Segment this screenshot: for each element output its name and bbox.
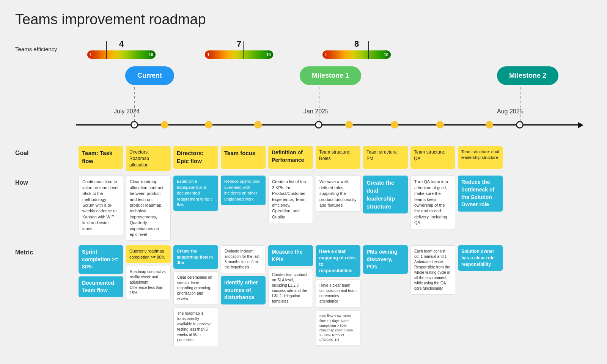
- dashed-m1: [319, 87, 319, 125]
- page-title: Teams improvement roadmap: [15, 11, 592, 28]
- metric-disturbance: Identify other sources of disturbance: [221, 276, 266, 304]
- node-5: [391, 121, 398, 129]
- how-col-5: Create a list of top 3 KPIs for Product/…: [268, 176, 313, 241]
- goal-ts-roles: Team structure: Roles: [316, 146, 360, 169]
- timeline-line: [76, 124, 580, 126]
- goal-col-7: Team structure: PM: [363, 146, 408, 171]
- metric-col-5: Measure the KPIs Create clear contract o…: [268, 245, 313, 346]
- dashed-m2: [520, 87, 521, 125]
- milestone1-pill: Milestone 1: [300, 66, 361, 85]
- date-label-1: July 2024: [114, 108, 140, 115]
- content-grid: Goal Team: Task flow Directors: Roadmap …: [15, 146, 592, 346]
- metric-qrc: Quarterly roadmap completion >= 80%: [126, 245, 171, 263]
- metric-measure-kpi: Measure the KPIs: [268, 245, 313, 266]
- metric-roadmap-preview: The roadmap is transparently available t…: [173, 308, 218, 346]
- metric-sla: Create clear contract on SLA level, incl…: [268, 269, 313, 308]
- metric-roadmap-contract: Roadmap contract vs reality check and ad…: [126, 266, 171, 299]
- metric-col-9: Solution owner has a clear role responsi…: [458, 245, 503, 346]
- gradient-bar-1: 1 10: [87, 50, 156, 59]
- goal-col-2: Directors: Roadmap allocation: [126, 146, 171, 171]
- metric-solution-owner: Solution owner has a clear role responsi…: [458, 245, 503, 270]
- metric-epic-flow-nums: Epic flow < 5w Tasks flow < 7 days Sprin…: [316, 310, 360, 346]
- date-label-2: Jan 2025: [304, 108, 329, 115]
- goal-col-4: Team focus: [221, 146, 266, 171]
- date-label-3: Aug 2025: [497, 108, 523, 115]
- goal-task-flow: Team: Task flow: [79, 146, 123, 169]
- metric-col-8: Each team consist od: 1 manual and 1 Aut…: [410, 245, 455, 346]
- score-2: 7: [237, 39, 241, 49]
- node-7: [486, 121, 493, 129]
- how-qa-guild: Turn QA team into a horizontal guild, ma…: [410, 176, 455, 229]
- metric-col-7: PMs owning discovery, POs: [363, 245, 408, 346]
- how-kpis: Create a list of top 3 KPIs for Product/…: [268, 176, 313, 223]
- efficiency-bar-3: 8 1 10: [322, 39, 391, 59]
- metric-col-3: Create the supporting flow in Jira Clear…: [173, 245, 218, 346]
- milestone2-pill: Milestone 2: [497, 66, 558, 85]
- how-epic-flow: Establish a transparent and documented r…: [173, 176, 218, 211]
- current-pill: Current: [125, 66, 174, 85]
- how-dual-lead: Create the dual leadership structure: [363, 176, 408, 213]
- metric-incident: Evaluate incident allocation for the las…: [221, 245, 266, 273]
- metric-jira: Create the supporting flow in Jira: [173, 245, 218, 269]
- timeline-area: Current Milestone 1 Milestone 2 July 202…: [15, 63, 592, 146]
- metric-col-6: Have a clear mapping of roles to respons…: [316, 245, 360, 346]
- how-col-4: Reduce operational overhead with inciden…: [221, 176, 266, 241]
- dashed-current: [134, 87, 135, 125]
- metric-team-comp: Have a clear team composition and team c…: [316, 279, 360, 308]
- goal-epic-flow: Directors: Epic flow: [173, 146, 218, 169]
- goal-roadmap-alloc: Directors: Roadmap allocation: [126, 146, 171, 171]
- efficiency-label: Teams efficiency: [15, 46, 76, 52]
- node-1: [161, 121, 168, 129]
- metric-qa-guild: Each team consist od: 1 manual and 1 Aut…: [410, 245, 455, 295]
- metric-col-1: Sprint completion >= 80% Documented Team…: [79, 245, 123, 346]
- goal-ts-qa: Team structure: QA: [410, 146, 455, 169]
- gradient-bar-3: 1 10: [322, 50, 391, 59]
- goal-dual-lead: Team structure: dual leadership structur…: [458, 146, 503, 169]
- timeline-arrow: [578, 122, 583, 128]
- metric-roles-map: Have a clear mapping of roles to respons…: [316, 245, 360, 277]
- goal-label: Goal: [15, 146, 76, 171]
- efficiency-section: Teams efficiency 4 1 10 7 1 10: [15, 39, 592, 59]
- how-col-1: Continuous time to value on team level: …: [79, 176, 123, 241]
- goal-team-focus: Team focus: [221, 146, 266, 169]
- efficiency-bar-2: 7 1 10: [205, 39, 273, 59]
- goal-col-9: Team structure: dual leadership structur…: [458, 146, 503, 171]
- node-4: [345, 121, 353, 129]
- goal-ts-pm: Team structure: PM: [363, 146, 408, 169]
- metric-col-2: Quarterly roadmap completion >= 80% Road…: [126, 245, 171, 346]
- how-col-9: Reduce the bottleneck of the Solution Ow…: [458, 176, 503, 241]
- metric-ceremonies: Clear ceremonies on director level regar…: [173, 271, 218, 305]
- how-col-6: We have a well-defined roles supporting …: [316, 176, 360, 241]
- how-col-2: Clear roadmap allocation contract betwee…: [126, 176, 171, 241]
- metric-doc-flow: Documented Team flow: [79, 276, 123, 297]
- bar-marker-2: [243, 41, 244, 59]
- metric-sprint: Sprint completion >= 80%: [79, 245, 123, 274]
- bar-marker-3: [368, 41, 369, 59]
- how-roadmap: Clear roadmap allocation contract betwee…: [126, 176, 171, 241]
- how-col-7: Create the dual leadership structure: [363, 176, 408, 241]
- goal-col-1: Team: Task flow: [79, 146, 123, 171]
- goal-col-8: Team structure: QA: [410, 146, 455, 171]
- how-col-8: Turn QA team into a horizontal guild, ma…: [410, 176, 455, 241]
- efficiency-bar-1: 4 1 10: [87, 39, 156, 59]
- metric-pm-po: PMs owning discovery, POs: [363, 245, 408, 274]
- goal-def-perf: Definition of Performance: [268, 146, 313, 169]
- how-label: How: [15, 176, 76, 241]
- how-bottleneck: Reduce the bottleneck of the Solution Ow…: [458, 176, 503, 211]
- score-3: 8: [354, 39, 359, 49]
- goal-col-5: Definition of Performance: [268, 146, 313, 171]
- how-roles: We have a well-defined roles supporting …: [316, 176, 360, 212]
- node-6: [436, 121, 444, 129]
- goal-col-3: Directors: Epic flow: [173, 146, 218, 171]
- metric-label: Metric: [15, 245, 76, 346]
- gradient-bar-2: 1 10: [205, 50, 273, 59]
- page: Teams improvement roadmap Teams efficien…: [0, 0, 607, 361]
- bar-marker-1: [106, 41, 107, 59]
- score-1: 4: [119, 39, 124, 49]
- how-task-flow: Continuous time to value on team level: …: [79, 176, 123, 235]
- how-overhead: Reduce operational overhead with inciden…: [221, 176, 266, 205]
- node-2: [205, 121, 212, 129]
- metric-col-4: Evaluate incident allocation for the las…: [221, 245, 266, 346]
- node-3: [254, 121, 262, 129]
- how-col-3: Establish a transparent and documented r…: [173, 176, 218, 241]
